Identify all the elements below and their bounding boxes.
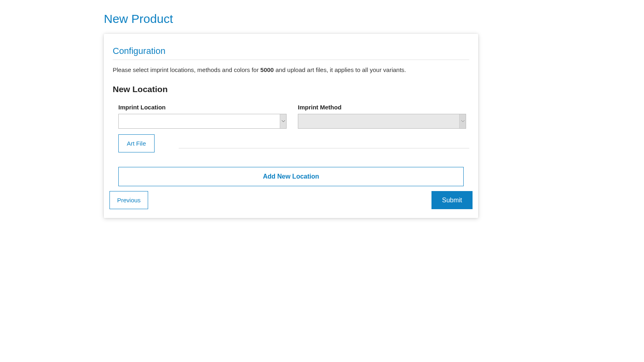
main-container: New Product Configuration Please select …: [104, 12, 478, 218]
add-new-location-button[interactable]: Add New Location: [118, 167, 464, 186]
imprint-location-group: Imprint Location: [118, 104, 287, 129]
divider: [179, 148, 469, 148]
new-location-heading: New Location: [113, 84, 469, 94]
description-prefix: Please select imprint locations, methods…: [113, 66, 260, 73]
imprint-location-label: Imprint Location: [118, 104, 287, 111]
art-file-row: Art File: [113, 134, 469, 152]
imprint-location-select[interactable]: [118, 114, 287, 129]
imprint-method-select[interactable]: [298, 114, 466, 129]
description-text: Please select imprint locations, methods…: [113, 66, 469, 73]
section-title: Configuration: [113, 46, 469, 60]
submit-button[interactable]: Submit: [431, 191, 473, 209]
imprint-method-label: Imprint Method: [298, 104, 466, 111]
art-file-button[interactable]: Art File: [118, 134, 155, 152]
description-bold: 5000: [260, 66, 274, 73]
description-suffix: and upload art files, it applies to all …: [274, 66, 406, 73]
chevron-down-icon: [459, 114, 466, 128]
page-title: New Product: [104, 12, 478, 26]
chevron-down-icon: [280, 114, 286, 128]
imprint-method-group: Imprint Method: [298, 104, 466, 129]
configuration-card: Configuration Please select imprint loca…: [104, 34, 478, 218]
previous-button[interactable]: Previous: [109, 191, 148, 209]
footer-row: Previous Submit: [109, 191, 473, 209]
form-row: Imprint Location Imprint Method: [113, 104, 469, 129]
